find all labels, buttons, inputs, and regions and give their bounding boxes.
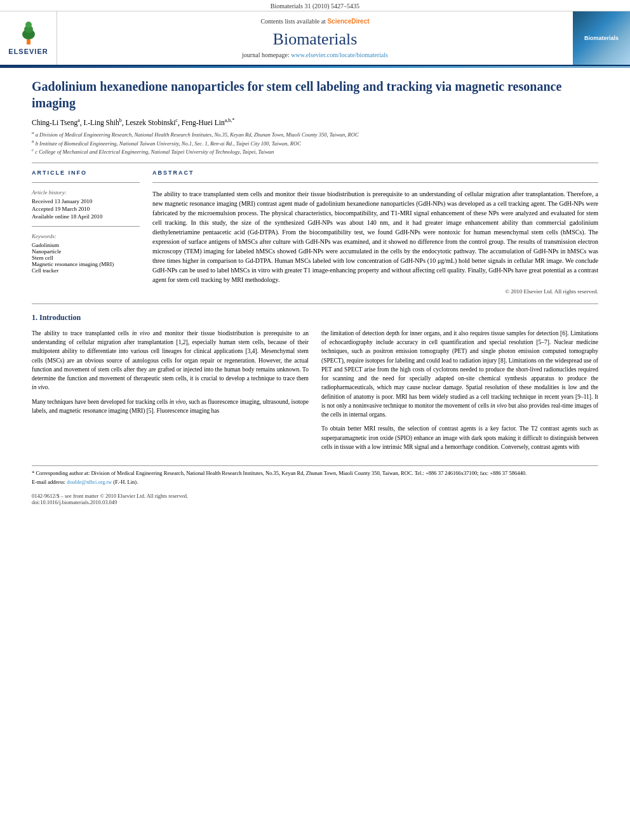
divider-article-info xyxy=(32,182,140,183)
divider-before-intro xyxy=(32,303,598,304)
elsevier-tree-icon xyxy=(13,20,44,46)
journal-title: Biomaterials xyxy=(273,30,358,49)
elsevier-logo-area: ELSEVIER xyxy=(0,11,57,65)
article-history-label: Article history: xyxy=(32,189,140,196)
science-direct-link[interactable]: ScienceDirect xyxy=(327,18,369,25)
copyright-line: © 2010 Elsevier Ltd. All rights reserved… xyxy=(152,288,598,295)
author-feng-huei: Feng-Huei Lin xyxy=(182,119,225,126)
keywords-label: Keywords: xyxy=(32,233,140,239)
affiliations: a a Division of Medical Engineering Rese… xyxy=(32,130,598,156)
citation-bar: Biomaterials 31 (2010) 5427–5435 xyxy=(0,0,630,11)
keywords-list: Gadolinium Nanoparticle Stem cell Magnet… xyxy=(32,242,140,274)
abstract-text: The ability to trace transplanted stem c… xyxy=(152,189,598,284)
introduction-section: 1. Introduction The ability to trace tra… xyxy=(32,313,598,457)
intro-right-p1: the limitation of detection depth for in… xyxy=(321,329,598,420)
bottom-identifiers: 0142-9612/$ – see front matter © 2010 El… xyxy=(32,493,598,505)
abstract-column: ABSTRACT The ability to trace transplant… xyxy=(152,170,598,295)
keyword-cell-tracker: Cell tracker xyxy=(32,267,140,274)
corresponding-author-note: * Corresponding author at: Division of M… xyxy=(32,470,598,477)
authors-line: Ching-Li Tsenga, I.-Ling Shihb, Leszek S… xyxy=(32,117,598,126)
author-i-ling: I.-Ling Shih xyxy=(83,119,119,126)
abstract-heading: ABSTRACT xyxy=(152,170,598,176)
intro-right-p2: To obtain better MRI results, the select… xyxy=(321,424,598,451)
issn-line: 0142-9612/$ – see front matter © 2010 El… xyxy=(32,493,598,499)
elsevier-logo: ELSEVIER xyxy=(8,20,48,56)
article-info-heading: ARTICLE INFO xyxy=(32,170,140,176)
doi-line: doi:10.1016/j.biomaterials.2010.03.049 xyxy=(32,499,598,505)
email-note: E-mail address: double@nlhri.org.tw (F.-… xyxy=(32,479,598,486)
intro-body-columns: The ability to trace transplanted cells … xyxy=(32,329,598,457)
accepted-date: Accepted 19 March 2010 xyxy=(32,206,140,212)
article-info-column: ARTICLE INFO Article history: Received 1… xyxy=(32,170,140,295)
author-email[interactable]: double@nlhri.org.tw xyxy=(67,479,112,485)
keyword-stem-cell: Stem cell xyxy=(32,255,140,261)
keyword-gadolinium: Gadolinium xyxy=(32,242,140,248)
article-info-abstract-section: ARTICLE INFO Article history: Received 1… xyxy=(32,170,598,295)
intro-left-p1: The ability to trace transplanted cells … xyxy=(32,329,309,392)
science-direct-line: Contents lists available at ScienceDirec… xyxy=(260,18,369,25)
intro-left-p2: Many techniques have been developed for … xyxy=(32,397,309,416)
article-title: Gadolinium hexanedione nanoparticles for… xyxy=(32,78,598,111)
divider-keywords xyxy=(32,226,140,227)
keyword-mri: Magnetic resonance imaging (MRI) xyxy=(32,261,140,267)
elsevier-text-label: ELSEVIER xyxy=(8,48,48,56)
divider-after-affiliations xyxy=(32,163,598,163)
author-leszek: Leszek Stobinski xyxy=(125,119,175,126)
main-content: Gadolinium hexanedione nanoparticles for… xyxy=(0,68,630,516)
svg-point-3 xyxy=(25,22,32,28)
citation-text: Biomaterials 31 (2010) 5427–5435 xyxy=(271,3,359,10)
footer-notes: * Corresponding author at: Division of M… xyxy=(32,465,598,486)
homepage-url[interactable]: www.elsevier.com/locate/biomaterials xyxy=(291,51,388,58)
available-date: Available online 18 April 2010 xyxy=(32,213,140,220)
intro-left-col: The ability to trace transplanted cells … xyxy=(32,329,309,457)
journal-header: ELSEVIER Contents lists available at Sci… xyxy=(0,11,630,66)
biomaterials-badge-area: Biomaterials xyxy=(573,11,630,65)
divider-abstract xyxy=(152,182,598,183)
intro-right-col: the limitation of detection depth for in… xyxy=(321,329,598,457)
journal-homepage: journal homepage: www.elsevier.com/locat… xyxy=(242,51,388,58)
journal-title-area: Contents lists available at ScienceDirec… xyxy=(57,11,573,65)
keyword-nanoparticle: Nanoparticle xyxy=(32,248,140,255)
author-ching-li: Ching-Li Tseng xyxy=(32,119,77,126)
received-date: Received 13 January 2010 xyxy=(32,198,140,204)
svg-rect-0 xyxy=(27,39,30,44)
intro-title: 1. Introduction xyxy=(32,313,598,323)
biomaterials-badge: Biomaterials xyxy=(582,32,621,44)
